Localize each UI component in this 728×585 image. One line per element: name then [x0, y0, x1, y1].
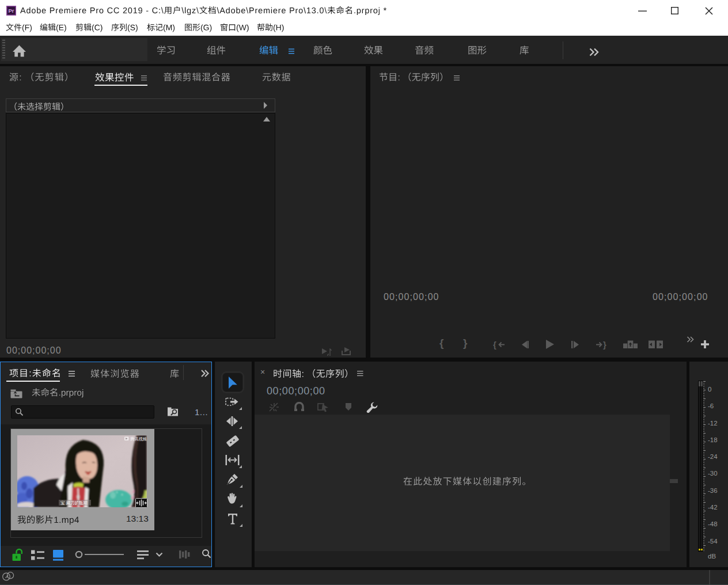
svg-text:腾讯视频: 腾讯视频 [130, 436, 147, 442]
svg-text:{: { [493, 340, 496, 350]
svg-text:宝 藏刀扩瓶期: 宝 藏刀扩瓶期 [60, 500, 88, 506]
svg-text:Pr: Pr [8, 7, 14, 14]
svg-text:}: } [603, 340, 606, 350]
